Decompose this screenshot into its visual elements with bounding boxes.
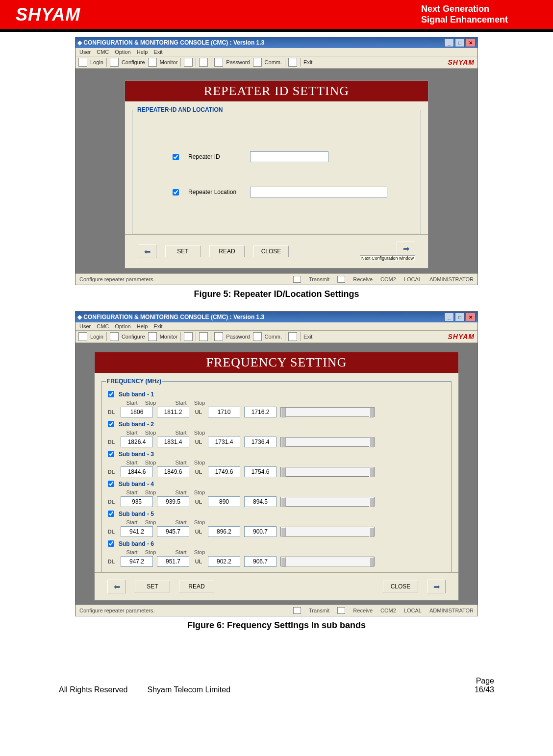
menu-cmc[interactable]: CMC xyxy=(97,323,109,329)
password-icon[interactable] xyxy=(214,58,223,67)
ul-start-field[interactable] xyxy=(208,407,240,417)
tool-icon[interactable] xyxy=(184,58,193,67)
subband-check[interactable] xyxy=(108,451,114,457)
ul-start-field[interactable] xyxy=(208,496,240,507)
menu-exit[interactable]: Exit xyxy=(153,49,162,55)
minimize-icon[interactable]: _ xyxy=(444,313,454,321)
prev-arrow-icon[interactable]: ⬅ xyxy=(107,580,126,593)
slider-thumb-right[interactable] xyxy=(369,467,374,477)
next-arrow-icon[interactable]: ➡ xyxy=(427,580,446,593)
menu-user[interactable]: User xyxy=(79,49,91,55)
slider-thumb-right[interactable] xyxy=(369,408,374,417)
comm-icon[interactable] xyxy=(253,332,262,341)
maximize-icon[interactable]: □ xyxy=(455,313,465,321)
toolbar-exit[interactable]: Exit xyxy=(303,334,312,340)
range-slider[interactable] xyxy=(280,467,375,477)
toolbar-comm[interactable]: Comm. xyxy=(265,334,282,340)
dl-start-field[interactable] xyxy=(121,466,153,477)
toolbar-exit[interactable]: Exit xyxy=(303,59,312,65)
slider-thumb-left[interactable] xyxy=(281,438,286,447)
toolbar-login[interactable]: Login xyxy=(90,59,103,65)
dl-stop-field[interactable] xyxy=(157,496,189,507)
tool-icon[interactable] xyxy=(288,58,297,67)
menu-option[interactable]: Option xyxy=(115,49,130,55)
ul-start-field[interactable] xyxy=(208,526,240,537)
repeater-location-check[interactable] xyxy=(173,189,179,195)
repeater-id-check[interactable] xyxy=(173,154,179,160)
range-slider[interactable] xyxy=(280,407,375,417)
menu-user[interactable]: User xyxy=(79,323,91,329)
read-button[interactable]: READ xyxy=(209,245,245,257)
subband-check[interactable] xyxy=(108,421,114,427)
toolbar-comm[interactable]: Comm. xyxy=(265,59,282,65)
dl-stop-field[interactable] xyxy=(157,556,189,567)
toolbar-login[interactable]: Login xyxy=(90,334,103,340)
set-button[interactable]: SET xyxy=(135,581,170,592)
dl-start-field[interactable] xyxy=(121,526,153,537)
slider-thumb-right[interactable] xyxy=(369,497,374,507)
repeater-location-field[interactable] xyxy=(250,187,387,197)
dl-stop-field[interactable] xyxy=(157,466,189,477)
close-icon[interactable]: ✕ xyxy=(466,38,476,47)
tool-icon[interactable] xyxy=(199,58,208,67)
set-button[interactable]: SET xyxy=(165,245,201,257)
monitor-icon[interactable] xyxy=(148,332,157,341)
monitor-icon[interactable] xyxy=(148,58,157,67)
dl-start-field[interactable] xyxy=(121,496,153,507)
dl-stop-field[interactable] xyxy=(157,437,189,447)
range-slider[interactable] xyxy=(280,557,375,566)
ul-stop-field[interactable] xyxy=(244,526,276,537)
ul-stop-field[interactable] xyxy=(244,556,276,567)
subband-check[interactable] xyxy=(108,481,114,487)
range-slider[interactable] xyxy=(280,437,375,447)
ul-start-field[interactable] xyxy=(208,437,240,447)
ul-stop-field[interactable] xyxy=(244,437,276,447)
subband-check[interactable] xyxy=(108,511,114,517)
minimize-icon[interactable]: _ xyxy=(444,38,454,47)
repeater-id-field[interactable] xyxy=(250,151,328,162)
ul-stop-field[interactable] xyxy=(244,496,276,507)
dl-start-field[interactable] xyxy=(121,556,153,567)
ul-start-field[interactable] xyxy=(208,466,240,477)
tool-icon[interactable] xyxy=(288,332,297,341)
slider-thumb-right[interactable] xyxy=(369,527,374,537)
password-icon[interactable] xyxy=(214,332,223,341)
slider-thumb-left[interactable] xyxy=(281,497,286,507)
slider-thumb-left[interactable] xyxy=(281,527,286,537)
toolbar-configure[interactable]: Configure xyxy=(122,334,145,340)
tool-icon[interactable] xyxy=(184,332,193,341)
configure-icon[interactable] xyxy=(110,58,119,67)
tool-icon[interactable] xyxy=(199,332,208,341)
slider-thumb-left[interactable] xyxy=(281,467,286,477)
dl-start-field[interactable] xyxy=(121,437,153,447)
menu-option[interactable]: Option xyxy=(115,323,130,329)
ul-stop-field[interactable] xyxy=(244,466,276,477)
read-button[interactable]: READ xyxy=(179,581,214,592)
subband-check[interactable] xyxy=(108,391,114,397)
menu-help[interactable]: Help xyxy=(137,49,148,55)
login-icon[interactable] xyxy=(78,58,87,67)
close-icon[interactable]: ✕ xyxy=(466,313,476,321)
toolbar-monitor[interactable]: Monitor xyxy=(160,59,178,65)
close-button[interactable]: CLOSE xyxy=(253,245,289,257)
slider-thumb-left[interactable] xyxy=(281,557,286,567)
range-slider[interactable] xyxy=(280,527,375,537)
dl-start-field[interactable] xyxy=(121,407,153,417)
toolbar-monitor[interactable]: Monitor xyxy=(160,334,178,340)
dl-stop-field[interactable] xyxy=(157,526,189,537)
slider-thumb-right[interactable] xyxy=(369,557,374,567)
slider-thumb-left[interactable] xyxy=(281,408,286,417)
toolbar-password[interactable]: Password xyxy=(226,334,250,340)
slider-thumb-right[interactable] xyxy=(369,438,374,447)
subband-check[interactable] xyxy=(108,540,114,547)
toolbar-password[interactable]: Password xyxy=(226,59,250,65)
menu-exit[interactable]: Exit xyxy=(153,323,162,329)
login-icon[interactable] xyxy=(78,332,87,341)
menu-cmc[interactable]: CMC xyxy=(97,49,109,55)
dl-stop-field[interactable] xyxy=(157,407,189,417)
next-arrow-icon[interactable]: ➡ xyxy=(397,242,415,255)
configure-icon[interactable] xyxy=(110,332,119,341)
menu-help[interactable]: Help xyxy=(137,323,148,329)
ul-stop-field[interactable] xyxy=(244,407,276,417)
toolbar-configure[interactable]: Configure xyxy=(122,59,145,65)
